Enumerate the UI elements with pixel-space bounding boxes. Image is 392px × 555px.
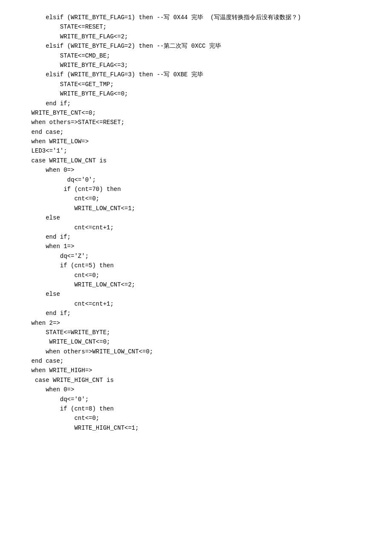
code-content: elsif (WRITE_BYTE_FLAG=1) then --写 0X44 … — [17, 13, 375, 433]
